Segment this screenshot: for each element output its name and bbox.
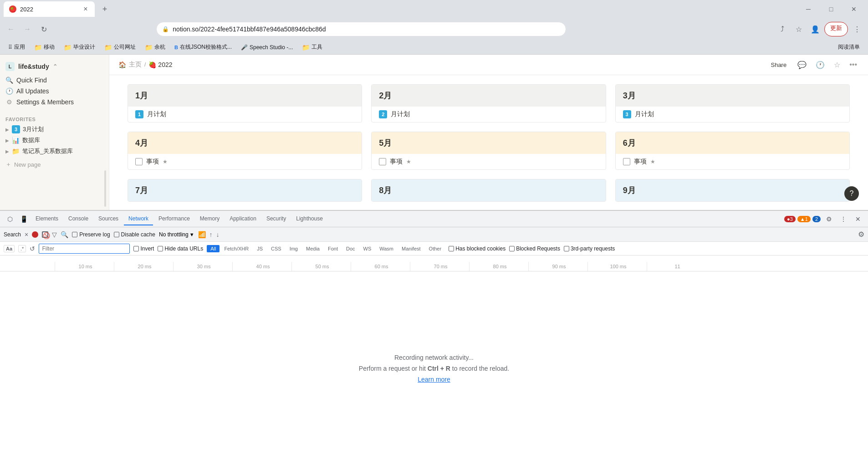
star-icon[interactable]: ☆ [832,59,842,71]
month-item-5-task[interactable]: 事项 ★ [372,154,605,169]
tab-elements[interactable]: Elements [31,213,63,225]
case-sensitive-button[interactable]: Aa [4,245,15,252]
type-js-button[interactable]: JS [253,245,266,252]
type-wasm-button[interactable]: Wasm [376,245,397,252]
sidebar-fav-notes-db[interactable]: ▶ 📁 笔记系_关系数据库 [0,146,109,157]
third-party-checkbox[interactable]: 3rd-party requests [564,245,615,252]
sidebar-item-settings[interactable]: ⚙ Settings & Members [0,97,109,107]
download-icon[interactable]: ↓ [216,231,220,238]
refresh-button[interactable]: ↻ [36,22,51,36]
update-button[interactable]: 更新 [824,22,848,36]
close-button[interactable]: ✕ [843,2,864,16]
browser-tab[interactable]: 🍓 2022 × [4,1,95,17]
type-font-button[interactable]: Font [324,245,342,252]
tab-security[interactable]: Security [262,213,291,225]
bookmark-speech[interactable]: 🎤 Speech Studio -... [238,43,296,51]
bookmark-apps[interactable]: ⠿ 应用 [5,42,28,52]
tab-performance[interactable]: Performance [154,213,194,225]
device-toolbar-button[interactable]: 📱 [17,213,30,225]
bookmark-company[interactable]: 📁 公司网址 [102,42,138,52]
type-other-button[interactable]: Other [425,245,445,252]
month-item-6-task[interactable]: 事项 ★ [616,154,849,169]
network-settings-button[interactable]: ⚙ [858,230,864,239]
type-media-button[interactable]: Media [302,245,323,252]
new-tab-button[interactable]: + [98,3,111,15]
bookmark-thesis[interactable]: 📁 毕业设计 [61,42,98,52]
search-button[interactable]: 🔍 [61,231,68,238]
tab-network[interactable]: Network [124,213,153,225]
filter-button[interactable]: ▽ [52,231,57,238]
breadcrumb: 🏠 主页 / 🍓 2022 [118,61,173,69]
preserve-log-checkbox[interactable]: Preserve log [72,231,110,238]
type-fetch-xhr-button[interactable]: Fetch/XHR [220,245,252,252]
stop-recording-button[interactable]: 🚫 [42,231,48,238]
devtools-panel: ⬡ 📱 Elements Console Sources Network Per… [0,210,868,465]
profile-icon[interactable]: 👤 [808,22,822,36]
workspace-header[interactable]: L life&study ⌃ [0,58,109,75]
devtools-settings-button[interactable]: ⚙ [822,213,835,225]
back-button[interactable]: ← [4,22,18,36]
tab-title: 2022 [20,6,33,13]
tab-application[interactable]: Application [225,213,261,225]
month-item-4-task[interactable]: 事项 ★ [128,154,362,169]
sidebar-fav-database[interactable]: ▶ 📊 数据库 [0,135,109,146]
share-button[interactable]: Share [767,60,790,70]
type-img-button[interactable]: Img [286,245,301,252]
invert-checkbox[interactable]: Invert [133,245,154,252]
minimize-button[interactable]: ─ [798,2,819,16]
network-empty-state: Recording network activity... Perform a … [0,271,868,465]
bookmark-icon[interactable]: ☆ [791,22,806,36]
tab-sources[interactable]: Sources [94,213,123,225]
hide-data-urls-checkbox[interactable]: Hide data URLs [158,245,203,252]
bookmark-mobile[interactable]: 📁 移动 [31,42,57,52]
type-css-button[interactable]: CSS [267,245,285,252]
tab-lighthouse[interactable]: Lighthouse [291,213,327,225]
tab-console[interactable]: Console [64,213,93,225]
blocked-requests-checkbox[interactable]: Blocked Requests [509,245,560,252]
new-page-button[interactable]: ＋ New page [0,158,109,170]
refresh-button[interactable]: ↺ [30,245,35,252]
more-icon[interactable]: ••• [848,59,859,71]
help-button[interactable]: ? [844,186,859,201]
tab-memory[interactable]: Memory [195,213,224,225]
has-blocked-cookies-checkbox[interactable]: Has blocked cookies [449,245,505,252]
month-item-1-plan[interactable]: 1 月计划 [128,107,362,122]
error-count-badge: ●3 [784,216,796,222]
reading-list-button[interactable]: 阅读清单 [835,42,863,52]
type-all-button[interactable]: All [207,245,220,252]
menu-icon[interactable]: ⋮ [850,22,864,36]
share-page-icon[interactable]: ⤴ [775,22,790,36]
upload-icon[interactable]: ↑ [209,231,213,238]
regex-button[interactable]: .* [18,245,26,252]
sidebar-item-quick-find[interactable]: 🔍 Quick Find [0,75,109,86]
inspect-element-button[interactable]: ⬡ [4,213,16,225]
disable-cache-checkbox[interactable]: Disable cache [114,231,155,238]
recording-text: Recording network activity... [394,354,474,361]
learn-more-link[interactable]: Learn more [418,376,450,383]
type-doc-button[interactable]: Doc [342,245,359,252]
type-ws-button[interactable]: WS [360,245,375,252]
type-manifest-button[interactable]: Manifest [398,245,424,252]
url-input[interactable]: 🔒 notion.so/2022-4fee51741bbf487e946a508… [156,22,566,36]
month-item-3-plan[interactable]: 3 月计划 [616,107,849,122]
forward-button[interactable]: → [20,22,35,36]
search-close-button[interactable]: × [25,231,28,238]
new-page-label: New page [14,161,41,168]
throttle-control[interactable]: No throttling ▼ [159,231,194,238]
bookmark-tools[interactable]: 📁 工具 [299,42,325,52]
tab-close-button[interactable]: × [82,5,89,13]
bookmark-yuhang[interactable]: 📁 余杭 [142,42,168,52]
history-icon[interactable]: 🕐 [814,59,827,71]
wifi-icon[interactable]: 📶 [198,231,206,238]
restore-button[interactable]: □ [821,2,842,16]
sidebar-fav-march-plan[interactable]: ▶ 3 3月计划 [0,124,109,135]
sidebar-item-all-updates[interactable]: 🕐 All Updates [0,86,109,97]
record-button[interactable] [32,231,38,238]
devtools-close-button[interactable]: ✕ [852,213,864,225]
devtools-more-button[interactable]: ⋮ [837,213,850,225]
breadcrumb-home[interactable]: 主页 [129,61,142,69]
filter-input[interactable] [39,244,130,254]
comment-icon[interactable]: 💬 [796,59,808,71]
month-item-2-plan[interactable]: 2 月计划 [372,107,605,122]
bookmark-json[interactable]: B 在线JSON校验格式... [172,42,235,52]
